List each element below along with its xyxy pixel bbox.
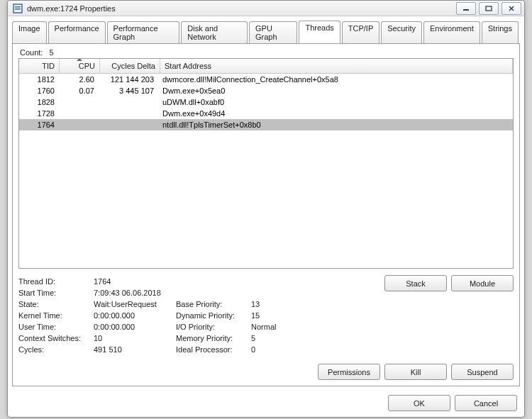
threads-tab-panel: Count: 5 TID CPU Cycles Delta Start Addr… xyxy=(12,43,520,386)
maximize-button[interactable] xyxy=(479,2,499,15)
ok-button[interactable]: OK xyxy=(388,395,450,411)
thread-row[interactable]: 1764ntdll.dll!TplsTimerSet+0x8b0 xyxy=(19,119,513,130)
io-priority-label: I/O Priority: xyxy=(176,323,247,331)
tab-strings[interactable]: Strings xyxy=(482,21,519,44)
cell-cycles-delta: 121 144 203 xyxy=(99,75,158,84)
ideal-processor-label: Ideal Processor: xyxy=(176,345,247,354)
state-label: State: xyxy=(18,300,89,308)
permissions-button[interactable]: Permissions xyxy=(318,364,380,380)
tab-performance-graph[interactable]: Performance Graph xyxy=(107,21,180,44)
dynamic-priority-label: Dynamic Priority: xyxy=(176,311,247,320)
column-cycles-delta[interactable]: Cycles Delta xyxy=(100,59,160,73)
tab-performance[interactable]: Performance xyxy=(48,21,106,44)
suspend-button[interactable]: Suspend xyxy=(451,364,514,380)
cell-tid: 1828 xyxy=(19,98,59,106)
thread-row[interactable]: 1828uDWM.dll+0xabf0 xyxy=(19,96,513,108)
base-priority-label: Base Priority: xyxy=(176,300,247,308)
thread-row[interactable]: 17600.073 445 107Dwm.exe+0x5ea0 xyxy=(19,85,513,96)
context-switches-value: 10 xyxy=(94,334,172,342)
listview-body: 18122.60121 144 203dwmcore.dll!MilConnec… xyxy=(19,74,513,268)
tab-environment[interactable]: Environment xyxy=(423,21,480,44)
cell-start-address: uDWM.dll+0xabf0 xyxy=(158,98,513,106)
count-value: 5 xyxy=(50,48,54,57)
app-icon xyxy=(12,3,23,14)
cancel-button[interactable]: Cancel xyxy=(455,395,517,411)
memory-priority-label: Memory Priority: xyxy=(176,334,247,342)
tabstrip: ImagePerformancePerformance GraphDisk an… xyxy=(8,16,524,43)
thread-id-label: Thread ID: xyxy=(18,277,89,286)
cell-start-address: Dwm.exe+0x5ea0 xyxy=(158,86,513,95)
cell-cpu: 0.07 xyxy=(59,86,99,95)
close-button[interactable] xyxy=(501,2,521,15)
user-time-value: 0:00:00.000 xyxy=(94,323,172,331)
svg-rect-1 xyxy=(15,6,21,8)
kernel-time-label: Kernel Time: xyxy=(18,311,89,320)
cell-start-address: dwmcore.dll!MilConnection_CreateChannel+… xyxy=(158,75,513,84)
svg-rect-4 xyxy=(486,6,492,11)
kernel-time-value: 0:00:00.000 xyxy=(94,311,172,320)
module-button[interactable]: Module xyxy=(451,275,514,291)
cell-tid: 1764 xyxy=(19,121,59,129)
kill-button[interactable]: Kill xyxy=(384,364,447,380)
window-title: dwm.exe:1724 Properties xyxy=(27,4,116,13)
column-cpu[interactable]: CPU xyxy=(60,59,100,73)
cell-tid: 1728 xyxy=(19,109,59,118)
minimize-button[interactable] xyxy=(456,2,476,15)
thread-row[interactable]: 1728Dwm.exe+0x49d4 xyxy=(19,108,513,119)
threads-listview[interactable]: TID CPU Cycles Delta Start Address 18122… xyxy=(18,58,514,269)
io-priority-value: Normal xyxy=(251,323,294,331)
thread-row[interactable]: 18122.60121 144 203dwmcore.dll!MilConnec… xyxy=(19,74,513,85)
tab-security[interactable]: Security xyxy=(381,21,422,44)
cycles-label: Cycles: xyxy=(18,345,89,354)
dynamic-priority-value: 15 xyxy=(251,311,294,320)
cell-tid: 1812 xyxy=(19,75,59,84)
cell-start-address: Dwm.exe+0x49d4 xyxy=(158,109,513,118)
base-priority-value: 13 xyxy=(251,300,294,308)
tab-disk-and-network[interactable]: Disk and Network xyxy=(181,21,248,44)
state-value: Wait:UserRequest xyxy=(94,300,172,308)
cell-tid: 1760 xyxy=(19,86,59,95)
thread-action-buttons: Permissions Kill Suspend xyxy=(18,364,514,380)
svg-rect-3 xyxy=(463,9,469,11)
memory-priority-value: 5 xyxy=(251,334,294,342)
tab-tcp-ip[interactable]: TCP/IP xyxy=(342,21,379,44)
tab-gpu-graph[interactable]: GPU Graph xyxy=(249,21,297,44)
tab-image[interactable]: Image xyxy=(12,21,47,44)
svg-rect-2 xyxy=(15,9,21,10)
stack-button[interactable]: Stack xyxy=(384,275,447,291)
listview-header: TID CPU Cycles Delta Start Address xyxy=(19,59,513,74)
column-start-address[interactable]: Start Address xyxy=(160,59,513,73)
context-switches-label: Context Switches: xyxy=(18,334,89,342)
start-time-label: Start Time: xyxy=(18,289,89,297)
titlebar: dwm.exe:1724 Properties xyxy=(8,1,524,16)
dialog-buttons: OK Cancel xyxy=(8,391,524,417)
cell-cycles-delta: 3 445 107 xyxy=(99,86,158,95)
cycles-value: 491 510 xyxy=(94,345,172,354)
cell-start-address: ntdll.dll!TplsTimerSet+0x8b0 xyxy=(158,121,513,129)
column-tid[interactable]: TID xyxy=(19,59,60,73)
properties-window: dwm.exe:1724 Properties ImagePerformance… xyxy=(7,0,525,418)
thread-details: Stack Module Thread ID: 1764 Start Time:… xyxy=(18,277,514,354)
cell-cpu: 2.60 xyxy=(59,75,99,84)
tab-threads[interactable]: Threads xyxy=(299,21,340,43)
count-label: Count: xyxy=(20,48,43,57)
thread-count: Count: 5 xyxy=(20,48,514,57)
user-time-label: User Time: xyxy=(18,323,89,331)
ideal-processor-value: 0 xyxy=(251,345,294,354)
